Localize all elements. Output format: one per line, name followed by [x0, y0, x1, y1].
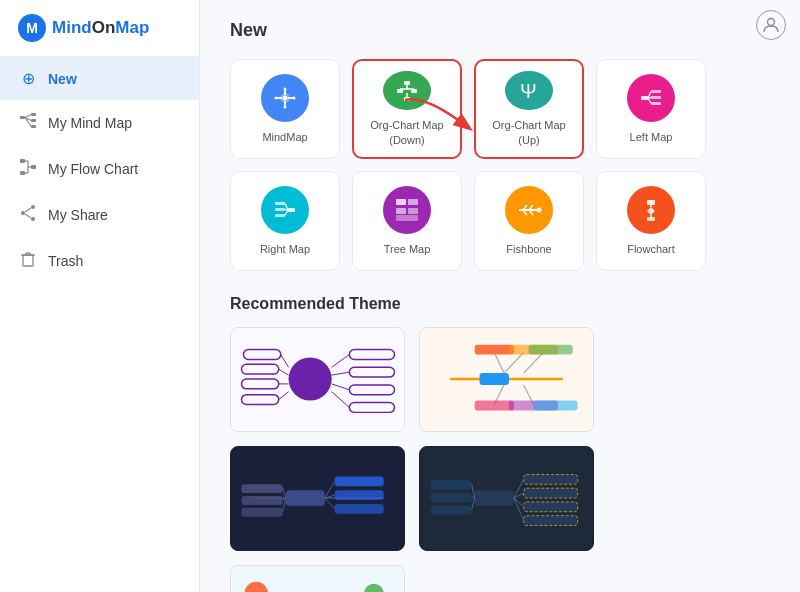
svg-rect-63 [396, 215, 418, 221]
fishbone-icon-circle [505, 186, 553, 234]
svg-rect-95 [480, 373, 509, 385]
svg-rect-52 [288, 208, 295, 212]
theme-card-2[interactable] [419, 327, 594, 432]
svg-rect-114 [241, 496, 282, 505]
svg-rect-46 [651, 90, 661, 93]
svg-rect-126 [524, 502, 578, 512]
svg-rect-101 [529, 345, 573, 355]
logo-icon: M [18, 14, 46, 42]
svg-point-32 [284, 87, 287, 90]
org-chart-down-label: Org-Chart Map(Down) [370, 118, 443, 147]
svg-rect-129 [430, 493, 471, 502]
svg-rect-111 [335, 490, 384, 500]
logo-text: MindOnMap [52, 18, 149, 38]
map-card-mindmap[interactable]: MindMap [230, 59, 340, 159]
svg-rect-97 [475, 345, 514, 355]
svg-rect-3 [31, 125, 36, 128]
svg-rect-110 [335, 476, 384, 486]
map-card-org-chart-down[interactable]: Org-Chart Map(Down) [352, 59, 462, 159]
svg-point-25 [768, 19, 775, 26]
share-icon [18, 204, 38, 226]
svg-line-19 [25, 214, 31, 218]
svg-point-35 [293, 96, 296, 99]
right-map-label: Right Map [260, 242, 310, 256]
svg-rect-47 [651, 96, 661, 99]
svg-rect-70 [647, 200, 655, 205]
theme-card-4[interactable] [419, 446, 594, 551]
trash-icon [18, 250, 38, 272]
map-card-org-chart-up[interactable]: Ψ Org-Chart Map (Up) [474, 59, 584, 159]
svg-rect-2 [31, 119, 36, 122]
svg-rect-128 [430, 480, 471, 489]
theme-card-1[interactable] [230, 327, 405, 432]
svg-rect-127 [524, 516, 578, 526]
theme-card-5[interactable] [230, 565, 405, 592]
flowchart-label: Flowchart [627, 242, 675, 256]
svg-rect-53 [275, 202, 285, 205]
theme-card-3[interactable] [230, 446, 405, 551]
svg-rect-106 [533, 401, 577, 411]
sidebar-label-my-share: My Share [48, 207, 108, 223]
svg-rect-54 [275, 208, 285, 211]
sidebar-label-trash: Trash [48, 253, 83, 269]
sidebar-item-trash[interactable]: Trash [0, 238, 199, 284]
svg-text:Ψ: Ψ [520, 80, 537, 102]
tree-map-icon-circle [383, 186, 431, 234]
map-type-grid: MindMap Org-Chart Map(Down) Ψ Org-Chart … [230, 59, 770, 271]
svg-rect-20 [23, 255, 33, 266]
sidebar-item-new[interactable]: ⊕ New [0, 57, 199, 100]
profile-icon[interactable] [756, 10, 786, 40]
svg-rect-103 [475, 401, 514, 411]
map-card-flowchart[interactable]: Flowchart [596, 171, 706, 271]
flow-chart-icon [18, 158, 38, 180]
profile-area [756, 10, 786, 40]
svg-rect-113 [241, 484, 282, 493]
svg-point-69 [537, 207, 542, 212]
svg-point-27 [283, 95, 288, 100]
svg-rect-115 [241, 508, 282, 517]
svg-line-51 [648, 98, 651, 104]
svg-rect-48 [651, 102, 661, 105]
sidebar-item-my-share[interactable]: My Share [0, 192, 199, 238]
svg-rect-55 [275, 214, 285, 217]
svg-rect-130 [430, 506, 471, 515]
sidebar-label-new: New [48, 71, 77, 87]
svg-rect-59 [396, 199, 406, 205]
svg-line-58 [285, 210, 288, 216]
svg-point-33 [284, 105, 287, 108]
sidebar: M MindOnMap ⊕ New My Mind Map My Flow Ch… [0, 0, 200, 592]
svg-rect-61 [408, 199, 418, 205]
sidebar-item-my-mind-map[interactable]: My Mind Map [0, 100, 199, 146]
mindmap-label: MindMap [262, 130, 307, 144]
map-card-tree-map[interactable]: Tree Map [352, 171, 462, 271]
flowchart-icon-circle [627, 186, 675, 234]
svg-rect-112 [335, 504, 384, 514]
svg-rect-0 [20, 116, 25, 119]
svg-point-17 [21, 211, 25, 215]
sidebar-label-my-mind-map: My Mind Map [48, 115, 132, 131]
svg-rect-39 [404, 97, 410, 101]
map-card-right-map[interactable]: Right Map [230, 171, 340, 271]
recommended-theme-title: Recommended Theme [230, 295, 770, 313]
svg-marker-71 [647, 207, 655, 215]
svg-rect-60 [396, 208, 406, 214]
mindmap-icon-circle [261, 74, 309, 122]
svg-point-34 [275, 96, 278, 99]
svg-rect-123 [475, 490, 514, 506]
org-chart-down-icon-circle [383, 71, 431, 110]
svg-point-15 [31, 205, 35, 209]
svg-point-16 [31, 217, 35, 221]
map-card-fishbone[interactable]: Fishbone [474, 171, 584, 271]
svg-rect-9 [20, 171, 25, 175]
logo: M MindOnMap [0, 0, 199, 57]
svg-point-76 [289, 357, 332, 400]
svg-rect-36 [404, 81, 410, 85]
map-card-left-map[interactable]: Left Map [596, 59, 706, 159]
svg-rect-7 [20, 159, 25, 163]
mind-map-icon [18, 112, 38, 134]
plus-icon: ⊕ [18, 69, 38, 88]
sidebar-item-my-flow-chart[interactable]: My Flow Chart [0, 146, 199, 192]
svg-line-4 [25, 115, 31, 118]
fishbone-label: Fishbone [506, 242, 551, 256]
left-map-icon-circle [627, 74, 675, 122]
